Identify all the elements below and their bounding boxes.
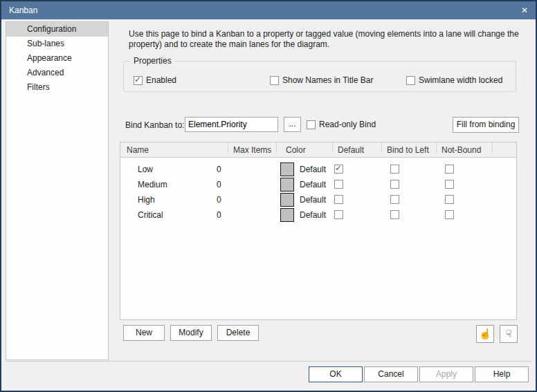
move-up-hand-icon[interactable]: ☝: [476, 325, 494, 343]
header-divider: [436, 142, 437, 153]
lane-bind-to-left-checkbox[interactable]: [390, 165, 399, 174]
header-divider: [492, 142, 493, 153]
new-button[interactable]: New: [123, 325, 165, 341]
lane-name: Low: [138, 162, 153, 177]
header-default: Default: [338, 142, 364, 158]
dialog-title: Kanban: [9, 1, 37, 19]
show-names-checkbox-row: Show Names in Title Bar: [270, 75, 373, 85]
header-max-items: Max Items: [233, 142, 271, 158]
lane-bind-to-left-checkbox[interactable]: [390, 210, 399, 219]
readonly-bind-checkbox[interactable]: [307, 120, 316, 129]
bind-kanban-input[interactable]: [185, 117, 278, 132]
footer-divider: [6, 361, 531, 362]
lanes-table-header: Name Max Items Color Default Bind to Lef…: [120, 142, 516, 158]
table-row-low[interactable]: Low 0 Default: [120, 162, 516, 177]
readonly-bind-row: Read-only Bind: [307, 120, 376, 129]
readonly-bind-label: Read-only Bind: [319, 120, 376, 129]
sidebar-item-sub-lanes[interactable]: Sub-lanes: [6, 37, 108, 51]
lane-color-swatch[interactable]: [280, 178, 294, 192]
lane-max-items: 0: [217, 162, 221, 177]
lane-name: Medium: [138, 177, 167, 192]
lane-name: High: [138, 192, 155, 207]
lane-color-label: Default: [300, 192, 326, 207]
sidebar: Configuration Sub-lanes Appearance Advan…: [6, 21, 109, 360]
enabled-label: Enabled: [146, 75, 176, 85]
title-bar: Kanban ✕: [1, 1, 536, 19]
enabled-checkbox[interactable]: [134, 76, 143, 85]
sidebar-item-filters[interactable]: Filters: [6, 80, 108, 95]
header-divider: [228, 142, 228, 153]
lane-bind-to-left-checkbox[interactable]: [390, 195, 399, 204]
fill-from-binding-button[interactable]: Fill from binding: [453, 117, 519, 133]
properties-group: Properties Enabled Show Names in Title B…: [123, 61, 516, 92]
bind-kanban-label: Bind Kanban to:: [125, 120, 184, 130]
enabled-checkbox-row: Enabled: [134, 75, 176, 85]
show-names-label: Show Names in Title Bar: [282, 75, 373, 85]
sidebar-item-configuration[interactable]: Configuration: [6, 22, 108, 37]
lane-color-swatch[interactable]: [280, 162, 294, 176]
swimlane-locked-checkbox[interactable]: [406, 76, 415, 85]
ok-button[interactable]: OK: [309, 366, 363, 382]
header-bind-to-left: Bind to Left: [387, 142, 429, 158]
cancel-button[interactable]: Cancel: [364, 366, 418, 382]
lane-color-label: Default: [300, 162, 326, 177]
move-down-hand-icon[interactable]: ☟: [500, 325, 518, 343]
lane-color-label: Default: [300, 207, 326, 223]
header-divider: [276, 142, 277, 153]
header-color: Color: [286, 142, 306, 158]
help-button[interactable]: Help: [475, 366, 529, 382]
lane-default-checkbox[interactable]: [334, 165, 343, 174]
lane-name: Critical: [138, 207, 163, 223]
lane-max-items: 0: [217, 177, 221, 192]
delete-button[interactable]: Delete: [217, 325, 259, 341]
swimlane-locked-label: Swimlane width locked: [419, 75, 502, 85]
lanes-table: Name Max Items Color Default Bind to Lef…: [120, 142, 517, 320]
browse-button[interactable]: ...: [284, 117, 301, 132]
apply-button: Apply: [419, 366, 473, 382]
close-icon[interactable]: ✕: [521, 1, 528, 19]
lane-default-checkbox[interactable]: [334, 210, 343, 219]
table-row-high[interactable]: High 0 Default: [120, 192, 516, 207]
lane-bind-to-left-checkbox[interactable]: [390, 180, 399, 189]
lane-color-swatch[interactable]: [280, 193, 294, 207]
kanban-dialog: Kanban ✕ Configuration Sub-lanes Appeara…: [0, 0, 537, 392]
lane-default-checkbox[interactable]: [334, 195, 343, 204]
lane-not-bound-checkbox[interactable]: [445, 210, 454, 219]
properties-legend: Properties: [131, 56, 174, 66]
lane-default-checkbox[interactable]: [334, 180, 343, 189]
sidebar-item-advanced[interactable]: Advanced: [6, 66, 108, 80]
page-description: Use this page to bind a Kanban to a prop…: [129, 29, 520, 50]
header-not-bound: Not-Bound: [442, 142, 481, 158]
lane-max-items: 0: [217, 192, 221, 207]
table-row-critical[interactable]: Critical 0 Default: [120, 207, 516, 223]
lane-not-bound-checkbox[interactable]: [445, 180, 454, 189]
table-row-medium[interactable]: Medium 0 Default: [120, 177, 516, 192]
swimlane-locked-checkbox-row: Swimlane width locked: [406, 75, 502, 85]
modify-button[interactable]: Modify: [170, 325, 212, 341]
lane-not-bound-checkbox[interactable]: [445, 195, 454, 204]
lane-max-items: 0: [217, 207, 221, 223]
header-divider: [332, 142, 333, 153]
lane-not-bound-checkbox[interactable]: [445, 165, 454, 174]
lane-color-label: Default: [300, 177, 326, 192]
show-names-checkbox[interactable]: [270, 76, 279, 85]
header-divider: [381, 142, 382, 153]
header-name: Name: [127, 142, 149, 158]
sidebar-item-appearance[interactable]: Appearance: [6, 51, 108, 66]
lane-color-swatch[interactable]: [280, 208, 294, 222]
